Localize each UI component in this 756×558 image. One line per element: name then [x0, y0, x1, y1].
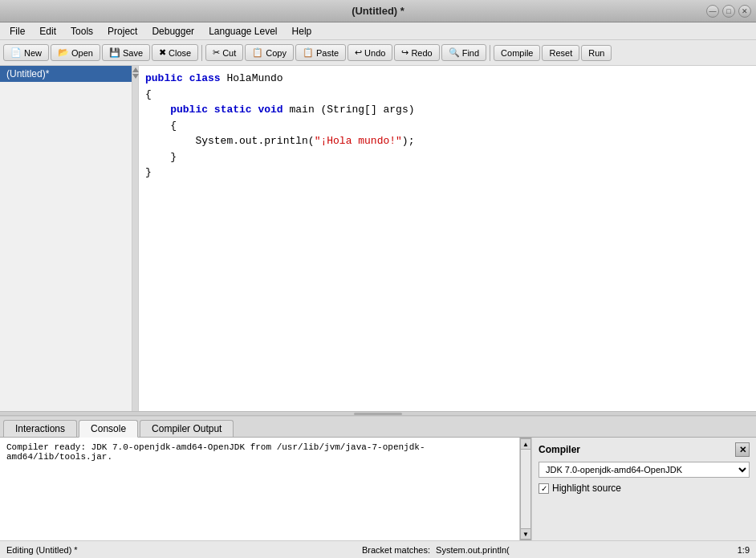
- highlight-source-checkbox[interactable]: ✓: [539, 483, 549, 494]
- code-line-3: {: [145, 118, 750, 134]
- undo-label: Undo: [364, 48, 385, 58]
- compiler-title: Compiler: [539, 444, 580, 455]
- window-title: (Untitled) *: [352, 5, 404, 17]
- compiler-header: Compiler ✕: [539, 442, 750, 457]
- save-icon: 💾: [109, 47, 120, 58]
- menu-item-tools[interactable]: Tools: [64, 24, 100, 39]
- reset-label: Reset: [549, 48, 572, 58]
- tab-console[interactable]: Console: [79, 420, 138, 438]
- code-line-5: }: [145, 149, 750, 165]
- menu-item-file[interactable]: File: [3, 24, 31, 39]
- new-label: New: [24, 48, 42, 58]
- divider-handle: [354, 413, 402, 415]
- menu-item-language level[interactable]: Language Level: [202, 24, 283, 39]
- status-bracket-text: Bracket matches:: [362, 545, 430, 555]
- gutter-down-arrow[interactable]: [132, 74, 139, 79]
- file-list: (Untitled)*: [0, 66, 132, 411]
- find-label: Find: [462, 48, 479, 58]
- menu-item-debugger[interactable]: Debugger: [145, 24, 201, 39]
- find-icon: 🔍: [449, 47, 460, 58]
- highlight-source-label: Highlight source: [552, 483, 621, 494]
- compiler-close-button[interactable]: ✕: [735, 442, 750, 457]
- console-output[interactable]: Compiler ready: JDK 7.0-openjdk-amd64-Op…: [0, 438, 520, 540]
- open-button[interactable]: 📂Open: [51, 44, 100, 61]
- status-bracket-value: System.out.println(: [436, 545, 510, 555]
- bottom-content: Compiler ready: JDK 7.0-openjdk-amd64-Op…: [0, 438, 756, 540]
- close-button[interactable]: ✕: [738, 5, 751, 18]
- status-bar: Editing (Untitled) * Bracket matches: Sy…: [0, 540, 756, 558]
- close-label: Close: [169, 48, 191, 58]
- paste-icon: 📋: [303, 47, 314, 58]
- reset-button[interactable]: Reset: [542, 45, 579, 61]
- redo-icon: ↪: [401, 47, 408, 58]
- new-button[interactable]: 📄New: [3, 44, 49, 61]
- title-bar: (Untitled) * — □ ✕: [0, 0, 756, 22]
- undo-icon: ↩: [355, 47, 362, 58]
- highlight-source-row: ✓ Highlight source: [539, 483, 750, 494]
- run-label: Run: [588, 48, 604, 58]
- cut-button[interactable]: ✂Cut: [205, 44, 243, 61]
- status-bracket-label: Bracket matches: System.out.println(: [362, 545, 705, 555]
- code-line-2: public static void main (String[] args): [145, 102, 750, 118]
- menu-item-help[interactable]: Help: [286, 24, 319, 39]
- paste-button[interactable]: 📋Paste: [295, 44, 346, 61]
- cut-label: Cut: [222, 48, 236, 58]
- compile-label: Compile: [501, 48, 533, 58]
- toolbar-separator: [490, 45, 490, 61]
- editor-gutter: [132, 66, 139, 411]
- copy-button[interactable]: 📋Copy: [245, 44, 294, 61]
- close-button[interactable]: ✖Close: [152, 44, 198, 61]
- code-line-6: }: [145, 165, 750, 181]
- paste-label: Paste: [316, 48, 339, 58]
- run-button[interactable]: Run: [581, 45, 612, 61]
- compiler-select[interactable]: JDK 7.0-openjdk-amd64-OpenJDK: [539, 462, 750, 478]
- cut-icon: ✂: [213, 47, 220, 58]
- copy-label: Copy: [266, 48, 287, 58]
- gutter-up-arrow[interactable]: [132, 67, 139, 72]
- maximize-button[interactable]: □: [722, 5, 735, 18]
- compiler-dropdown: JDK 7.0-openjdk-amd64-OpenJDK: [539, 462, 750, 478]
- toolbar-separator: [201, 45, 202, 61]
- tab-compiler-output[interactable]: Compiler Output: [140, 420, 234, 437]
- save-label: Save: [123, 48, 143, 58]
- toolbar: 📄New📂Open💾Save✖Close✂Cut📋Copy📋Paste↩Undo…: [0, 40, 756, 66]
- open-label: Open: [71, 48, 93, 58]
- menu-item-project[interactable]: Project: [101, 24, 144, 39]
- scroll-track[interactable]: [521, 450, 530, 528]
- scroll-down-button[interactable]: ▼: [520, 528, 531, 540]
- close-icon: ✖: [159, 47, 166, 58]
- undo-button[interactable]: ↩Undo: [348, 44, 392, 61]
- menu-bar: FileEditToolsProjectDebuggerLanguage Lev…: [0, 22, 756, 40]
- main-area: (Untitled)* public class HolaMundo{ publ…: [0, 66, 756, 411]
- code-line-4: System.out.println("¡Hola mundo!");: [145, 133, 750, 149]
- menu-item-edit[interactable]: Edit: [33, 24, 63, 39]
- minimize-button[interactable]: —: [706, 5, 719, 18]
- window-controls: — □ ✕: [706, 5, 751, 18]
- scroll-up-button[interactable]: ▲: [520, 438, 531, 450]
- code-editor[interactable]: public class HolaMundo{ public static vo…: [139, 66, 756, 411]
- compile-button[interactable]: Compile: [494, 45, 540, 61]
- new-icon: 📄: [10, 47, 22, 58]
- bottom-panel: InteractionsConsoleCompiler Output Compi…: [0, 416, 756, 540]
- compiler-panel: Compiler ✕ JDK 7.0-openjdk-amd64-OpenJDK…: [531, 438, 756, 540]
- open-icon: 📂: [58, 47, 69, 58]
- tab-bar: InteractionsConsoleCompiler Output: [0, 417, 756, 438]
- status-position: 1:9: [717, 545, 750, 555]
- code-line-1: {: [145, 87, 750, 103]
- console-scrollbar: ▲ ▼: [520, 438, 531, 540]
- copy-icon: 📋: [252, 47, 263, 58]
- redo-button[interactable]: ↪Redo: [394, 44, 439, 61]
- status-editing: Editing (Untitled) *: [6, 545, 349, 555]
- tab-interactions[interactable]: Interactions: [3, 420, 77, 437]
- find-button[interactable]: 🔍Find: [441, 44, 486, 61]
- code-line-0: public class HolaMundo: [145, 71, 750, 87]
- save-button[interactable]: 💾Save: [102, 44, 150, 61]
- redo-label: Redo: [411, 48, 432, 58]
- file-item[interactable]: (Untitled)*: [0, 66, 132, 82]
